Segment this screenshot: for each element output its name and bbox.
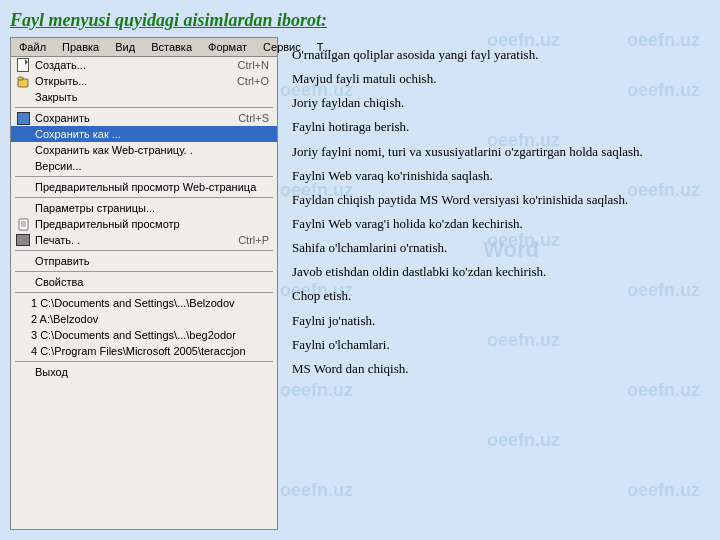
- menu-item-print-shortcut: Ctrl+P: [238, 234, 269, 246]
- send-icon: [15, 253, 31, 269]
- menu-item-webpreview-label: Предварительный просмотр Web-страница: [35, 181, 256, 193]
- menu-item-open-shortcut: Ctrl+O: [237, 75, 269, 87]
- menu-item-saveas-label: Сохранить как ...: [35, 128, 121, 140]
- separator-3: [15, 197, 273, 198]
- menu-item-new-shortcut: Ctrl+N: [238, 59, 269, 71]
- menu-item-new-label: Создать...: [35, 59, 86, 71]
- menu-item-preview[interactable]: Предварительный просмотр: [11, 216, 277, 232]
- menubar: Файл Правка Вид Вставка Формат Сервис Т.…: [11, 38, 277, 57]
- menu-item-exit[interactable]: Выход: [11, 364, 277, 380]
- menu-panel: Файл Правка Вид Вставка Формат Сервис Т.…: [10, 37, 278, 530]
- menu-item-webpreview[interactable]: Предварительный просмотр Web-страница: [11, 179, 277, 195]
- menu-item-versions-label: Версии...: [35, 160, 82, 172]
- new-file-icon: [15, 57, 31, 73]
- menubar-item-edit[interactable]: Правка: [58, 40, 103, 54]
- recent-file-2[interactable]: 2 A:\Belzodov: [11, 311, 276, 327]
- exit-icon: [15, 364, 31, 380]
- separator-1: [15, 107, 273, 108]
- save-icon: [15, 110, 31, 126]
- content-line-13: Faylni o'lchamlari.: [292, 335, 696, 355]
- main-container: Fayl menyusi quyidagi aisimlardan iborot…: [10, 10, 710, 530]
- menu-item-save[interactable]: Сохранить Ctrl+S: [11, 110, 277, 126]
- menu-item-properties-label: Свойства: [35, 276, 83, 288]
- recent-file-1[interactable]: 1 C:\Documents and Settings\...\Belzodov: [11, 295, 276, 311]
- page-title: Fayl menyusi quyidagi aisimlardan iborot…: [10, 10, 710, 31]
- menubar-item-file[interactable]: Файл: [15, 40, 50, 54]
- menu-item-save-label: Сохранить: [35, 112, 90, 124]
- menu-item-print-label: Печать. .: [35, 234, 80, 246]
- saveas-icon: [15, 126, 31, 142]
- menu-item-pageparams[interactable]: Параметры страницы...: [11, 200, 277, 216]
- saveweb-icon: [15, 142, 31, 158]
- separator-4: [15, 250, 273, 251]
- menu-item-preview-label: Предварительный просмотр: [35, 218, 180, 230]
- recent-file-3[interactable]: 3 C:\Documents and Settings\...\beg2odor: [11, 327, 276, 343]
- menu-item-send-label: Отправить: [35, 255, 90, 267]
- menu-item-saveweb[interactable]: Сохранить как Web-страницу. .: [11, 142, 277, 158]
- menu-item-saveweb-label: Сохранить как Web-страницу. .: [35, 144, 193, 156]
- recent-file-4[interactable]: 4 C:\Program Files\Microsoft 2005\teracc…: [11, 343, 276, 359]
- preview-icon: [15, 216, 31, 232]
- content-line-6: Faylni Web varaq ko'rinishida saqlash.: [292, 166, 696, 186]
- content-line-8: Faylni Web varag'i holida ko'zdan kechir…: [292, 214, 696, 234]
- menu-item-save-shortcut: Ctrl+S: [238, 112, 269, 124]
- content-line-2: Mavjud fayli matuli ochish.: [292, 69, 696, 89]
- content-line-4: Faylni hotiraga berish.: [292, 117, 696, 137]
- open-file-icon: [15, 73, 31, 89]
- content-line-14: MS Word dan chiqish.: [292, 359, 696, 379]
- menu-item-new[interactable]: Создать... Ctrl+N: [11, 57, 277, 73]
- separator-5: [15, 271, 273, 272]
- menubar-item-insert[interactable]: Вставка: [147, 40, 196, 54]
- separator-6: [15, 292, 273, 293]
- file-menu-dropdown: Создать... Ctrl+N Открыть... Ctrl+O: [11, 57, 277, 380]
- separator-2: [15, 176, 273, 177]
- menu-item-properties[interactable]: Свойства: [11, 274, 277, 290]
- content-line-1: O'rnatilgan qoliplar asosida yangi fayl …: [292, 45, 696, 65]
- menu-item-send[interactable]: Отправить: [11, 253, 277, 269]
- pageparams-icon: [15, 200, 31, 216]
- menu-item-close-label: Закрыть: [35, 91, 77, 103]
- svg-rect-2: [19, 219, 28, 230]
- menu-item-pageparams-label: Параметры страницы...: [35, 202, 155, 214]
- content-line-12: Faylni jo'natish.: [292, 311, 696, 331]
- content-line-10: Javob etishdan oldin dastlabki ko'zdan k…: [292, 262, 696, 282]
- menu-item-open[interactable]: Открыть... Ctrl+O: [11, 73, 277, 89]
- menu-item-print[interactable]: Печать. . Ctrl+P: [11, 232, 277, 248]
- separator-7: [15, 361, 273, 362]
- print-icon: [15, 232, 31, 248]
- content-line-5: Joriy faylni nomi, turi va xususiyatlari…: [292, 142, 696, 162]
- right-panel: O'rnatilgan qoliplar asosida yangi fayl …: [278, 37, 710, 530]
- menu-item-exit-label: Выход: [35, 366, 68, 378]
- properties-icon: [15, 274, 31, 290]
- webpreview-icon: [15, 179, 31, 195]
- content-line-7: Fayldan chiqish paytida MS Word versiyas…: [292, 190, 696, 210]
- word-watermark: Word: [483, 237, 539, 263]
- svg-rect-1: [18, 77, 23, 80]
- menu-item-close[interactable]: Закрыть: [11, 89, 277, 105]
- menu-item-open-label: Открыть...: [35, 75, 87, 87]
- content-line-11: Chop etish.: [292, 286, 696, 306]
- versions-icon: [15, 158, 31, 174]
- content-line-3: Joriy fayldan chiqish.: [292, 93, 696, 113]
- close-icon: [15, 89, 31, 105]
- menubar-item-format[interactable]: Формат: [204, 40, 251, 54]
- menu-item-saveas[interactable]: Сохранить как ...: [11, 126, 277, 142]
- menu-item-versions[interactable]: Версии...: [11, 158, 277, 174]
- content-area: Файл Правка Вид Вставка Формат Сервис Т.…: [10, 37, 710, 530]
- menubar-item-view[interactable]: Вид: [111, 40, 139, 54]
